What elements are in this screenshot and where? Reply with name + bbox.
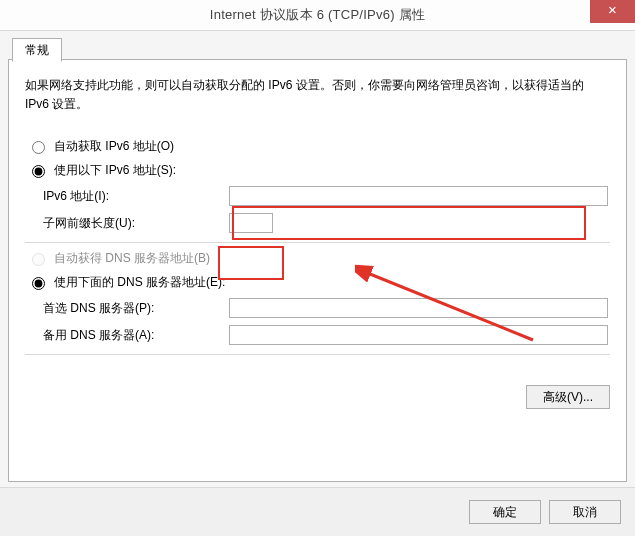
- field-prefix-length: 子网前缀长度(U):: [43, 212, 608, 234]
- window-title: Internet 协议版本 6 (TCP/IPv6) 属性: [0, 6, 635, 24]
- input-dns-preferred[interactable]: [229, 298, 608, 318]
- radio-manual-ipv6-input[interactable]: [32, 165, 45, 178]
- radio-manual-ipv6-label: 使用以下 IPv6 地址(S):: [54, 162, 176, 179]
- radio-auto-ipv6-input[interactable]: [32, 141, 45, 154]
- radio-manual-ipv6[interactable]: 使用以下 IPv6 地址(S):: [27, 161, 608, 179]
- divider-1: [25, 242, 610, 243]
- radio-manual-dns-label: 使用下面的 DNS 服务器地址(E):: [54, 274, 225, 291]
- radio-manual-dns[interactable]: 使用下面的 DNS 服务器地址(E):: [27, 273, 608, 291]
- radio-auto-dns: 自动获得 DNS 服务器地址(B): [27, 249, 608, 267]
- label-prefix-length: 子网前缀长度(U):: [43, 215, 229, 232]
- label-dns-alternate: 备用 DNS 服务器(A):: [43, 327, 229, 344]
- tab-general[interactable]: 常规: [12, 38, 62, 62]
- radio-auto-dns-input: [32, 253, 45, 266]
- tab-panel-general: 如果网络支持此功能，则可以自动获取分配的 IPv6 设置。否则，你需要向网络管理…: [8, 59, 627, 482]
- radio-auto-ipv6-label: 自动获取 IPv6 地址(O): [54, 138, 174, 155]
- client-area: 常规 如果网络支持此功能，则可以自动获取分配的 IPv6 设置。否则，你需要向网…: [0, 30, 635, 488]
- cancel-button[interactable]: 取消: [549, 500, 621, 524]
- advanced-button[interactable]: 高级(V)...: [526, 385, 610, 409]
- label-ipv6-address: IPv6 地址(I):: [43, 188, 229, 205]
- field-dns-preferred: 首选 DNS 服务器(P):: [43, 297, 608, 319]
- input-ipv6-address[interactable]: [229, 186, 608, 206]
- titlebar: Internet 协议版本 6 (TCP/IPv6) 属性 ×: [0, 0, 635, 31]
- radio-manual-dns-input[interactable]: [32, 277, 45, 290]
- input-dns-alternate[interactable]: [229, 325, 608, 345]
- radio-auto-dns-label: 自动获得 DNS 服务器地址(B): [54, 250, 210, 267]
- input-prefix-length[interactable]: [229, 213, 273, 233]
- ok-button[interactable]: 确定: [469, 500, 541, 524]
- close-button[interactable]: ×: [590, 0, 635, 23]
- field-dns-alternate: 备用 DNS 服务器(A):: [43, 324, 608, 346]
- dialog-button-row: 确定 取消: [0, 487, 635, 536]
- tab-strip: 常规: [12, 38, 627, 60]
- label-dns-preferred: 首选 DNS 服务器(P):: [43, 300, 229, 317]
- field-ipv6-address: IPv6 地址(I):: [43, 185, 608, 207]
- radio-auto-ipv6[interactable]: 自动获取 IPv6 地址(O): [27, 137, 608, 155]
- divider-2: [25, 354, 610, 355]
- intro-text: 如果网络支持此功能，则可以自动获取分配的 IPv6 设置。否则，你需要向网络管理…: [25, 76, 610, 113]
